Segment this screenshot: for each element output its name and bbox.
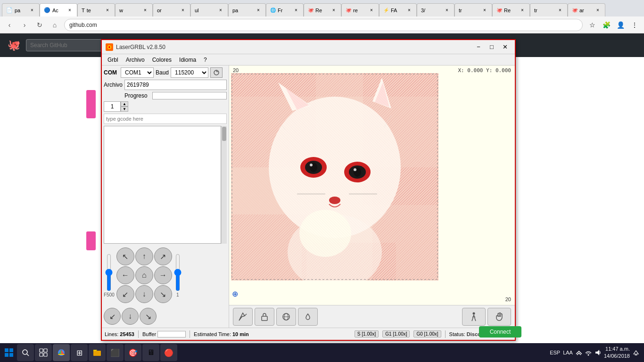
menu-button[interactable]: ⋮	[629, 19, 640, 31]
taskbar-search[interactable]	[17, 344, 34, 361]
account-button[interactable]: 👤	[615, 19, 626, 31]
tab-16[interactable]: 🐙 ar ×	[568, 3, 605, 16]
tab-5-close[interactable]: ×	[180, 7, 186, 14]
tab-3[interactable]: T te ×	[77, 3, 115, 16]
tab-1-title: pa	[15, 8, 27, 13]
tab-10[interactable]: 🐙 re ×	[341, 3, 379, 16]
back-button[interactable]: ‹	[4, 19, 15, 31]
tab-10-close[interactable]: ×	[368, 7, 375, 14]
browser-chrome: 📄 pa × 🔵 Ac × T te × w × or × ul × pa ×	[0, 0, 644, 34]
spinner-input[interactable]	[104, 101, 121, 112]
tab-14-close[interactable]: ×	[519, 7, 526, 14]
taskbar-app-2[interactable]: ⬛	[107, 344, 124, 361]
jog-extra-btn-1[interactable]: ↙	[104, 308, 121, 325]
tool-drop-button[interactable]	[298, 308, 318, 326]
spinner-up-button[interactable]: ▲	[121, 101, 128, 107]
menu-grbl[interactable]: Grbl	[104, 56, 122, 64]
jog-w-button[interactable]: ←	[116, 266, 134, 284]
jog-extra-btn-2[interactable]: ↓	[122, 308, 139, 325]
speed-slider-horizontal[interactable]	[174, 254, 182, 291]
jog-se-button[interactable]: ↘	[154, 285, 172, 303]
bookmark-button[interactable]: ☆	[586, 19, 598, 31]
tab-6-close[interactable]: ×	[217, 7, 224, 14]
window-controls: − □ ✕	[472, 42, 511, 52]
close-button[interactable]: ✕	[499, 42, 511, 52]
tool-walk-button[interactable]	[462, 308, 486, 326]
tab-16-title: ar	[579, 8, 593, 13]
tab-12-close[interactable]: ×	[444, 7, 450, 14]
jog-nw-button[interactable]: ↖	[116, 247, 134, 265]
menu-help[interactable]: ?	[200, 56, 211, 64]
address-input[interactable]	[64, 19, 583, 31]
tab-7[interactable]: pa ×	[228, 3, 266, 16]
menu-idioma[interactable]: Idioma	[175, 56, 200, 64]
gcode-scrollbar[interactable]	[221, 126, 227, 244]
tab-13[interactable]: tr ×	[454, 3, 492, 16]
tab-9-close[interactable]: ×	[330, 7, 337, 14]
tab-11[interactable]: ⚡ FA ×	[379, 3, 417, 16]
tab-1[interactable]: 📄 pa ×	[2, 3, 40, 16]
jog-sw-button[interactable]: ↙	[116, 285, 134, 303]
tab-3-close[interactable]: ×	[104, 7, 111, 14]
jog-s-button[interactable]: ↓	[135, 285, 153, 303]
tab-8[interactable]: 🌐 Fr ×	[266, 3, 304, 16]
extensions-button[interactable]: 🧩	[601, 19, 612, 31]
menu-bar: Grbl Archivo Colores Idioma ?	[102, 54, 515, 66]
gcode-input[interactable]	[104, 114, 227, 124]
baud-label: Baud	[156, 69, 169, 76]
jog-e-button[interactable]: →	[154, 266, 172, 284]
taskbar-app-5[interactable]: 🔴	[160, 344, 177, 361]
tool-lock-button[interactable]	[255, 308, 274, 326]
tab-10-title: re	[353, 8, 366, 13]
svg-point-49	[23, 350, 27, 354]
taskbar-task-view[interactable]	[35, 344, 52, 361]
tab-6[interactable]: ul ×	[190, 3, 228, 16]
taskbar-app-1[interactable]: ⊞	[71, 344, 88, 361]
tab-5[interactable]: or ×	[153, 3, 190, 16]
reload-button[interactable]: ↻	[34, 19, 45, 31]
start-button[interactable]	[2, 346, 16, 360]
maximize-button[interactable]: □	[486, 42, 498, 52]
tab-9[interactable]: 🐙 Re ×	[304, 3, 341, 16]
jog-home-button[interactable]: ⌂	[135, 266, 153, 284]
tab-15[interactable]: tr ×	[530, 3, 568, 16]
home-button[interactable]: ⌂	[49, 19, 60, 31]
tab-2-close[interactable]: ×	[66, 7, 73, 14]
jog-extra-btn-3[interactable]: ↘	[140, 308, 157, 325]
taskbar-app-3[interactable]: 🎯	[124, 344, 141, 361]
tab-14[interactable]: 🐙 Re ×	[492, 3, 530, 16]
bottom-green-button[interactable]: Connect	[479, 326, 521, 337]
taskbar-explorer[interactable]	[89, 344, 106, 361]
tab-15-close[interactable]: ×	[557, 7, 563, 14]
tab-8-close[interactable]: ×	[293, 7, 299, 14]
tool-laser-button[interactable]	[233, 308, 253, 326]
tab-1-close[interactable]: ×	[29, 7, 35, 14]
forward-button[interactable]: ›	[19, 19, 30, 31]
taskbar-chrome[interactable]	[53, 344, 70, 361]
tab-4-close[interactable]: ×	[142, 7, 149, 14]
speed-slider-vertical[interactable]	[105, 254, 113, 291]
gcode-textarea[interactable]	[104, 126, 221, 244]
tab-12[interactable]: 3/ ×	[417, 3, 454, 16]
tab-4[interactable]: w ×	[115, 3, 153, 16]
baud-select[interactable]: 9600 19200 57600 115200	[171, 67, 208, 78]
com-select[interactable]: COM1 COM2 COM3	[121, 67, 154, 78]
spinner-down-button[interactable]: ▼	[121, 107, 128, 112]
tab-13-close[interactable]: ×	[481, 7, 488, 14]
connect-button[interactable]	[210, 67, 223, 78]
tool-globe-button[interactable]	[276, 308, 296, 326]
tab-2[interactable]: 🔵 Ac ×	[40, 3, 77, 16]
tab-7-close[interactable]: ×	[255, 7, 262, 14]
tool-hand-button[interactable]	[487, 308, 511, 326]
address-bar-row: ‹ › ↻ ⌂ ☆ 🧩 👤 ⋮	[0, 16, 644, 33]
menu-archivo[interactable]: Archivo	[122, 56, 149, 64]
jog-ne-button[interactable]: ↗	[154, 247, 172, 265]
jog-n-button[interactable]: ↑	[135, 247, 153, 265]
svg-rect-57	[93, 351, 101, 356]
minimize-button[interactable]: −	[472, 42, 485, 52]
file-input[interactable]	[124, 80, 227, 90]
tab-11-close[interactable]: ×	[406, 7, 413, 14]
taskbar-app-4[interactable]: 🖥	[142, 344, 159, 361]
tab-16-close[interactable]: ×	[594, 7, 601, 14]
menu-colores[interactable]: Colores	[149, 56, 175, 64]
